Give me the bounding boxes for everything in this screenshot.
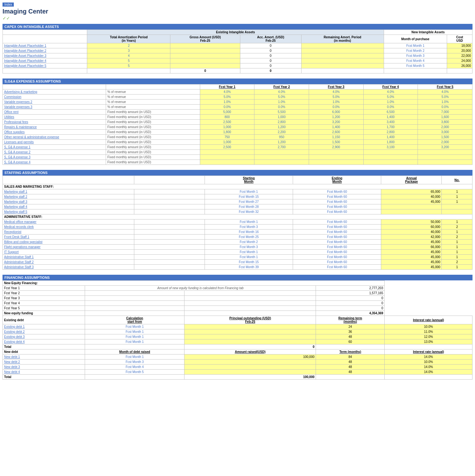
- sga-y5[interactable]: [418, 155, 472, 160]
- sga-y1[interactable]: 2,500: [200, 145, 254, 150]
- new-debt-rate[interactable]: 14.0%: [385, 370, 472, 375]
- sga-y4[interactable]: 1,800: [363, 140, 418, 145]
- sga-y1[interactable]: 5.0%: [200, 95, 254, 100]
- existing-debt-remaining[interactable]: 48: [316, 334, 385, 339]
- sga-expense-name[interactable]: S, G& A expense 2: [3, 150, 106, 155]
- existing-debt-principal[interactable]: [184, 329, 316, 334]
- capex-gross[interactable]: [170, 58, 240, 63]
- admin-staff-package[interactable]: 45,000: [381, 265, 442, 270]
- capex-gross[interactable]: [170, 63, 240, 68]
- existing-debt-principal[interactable]: [184, 339, 316, 344]
- sga-y1[interactable]: 1,800: [200, 130, 254, 135]
- sga-y5[interactable]: 3,200: [418, 145, 472, 150]
- sga-y5[interactable]: 4.0%: [418, 89, 472, 95]
- sga-y5[interactable]: 1.0%: [418, 100, 472, 105]
- capex-cost[interactable]: 18,000: [447, 43, 472, 48]
- capex-asset-name[interactable]: Intangible Asset Placeholder 4: [3, 58, 87, 63]
- sga-expense-name[interactable]: Variable expenses 2: [3, 100, 106, 105]
- sga-expense-name[interactable]: Commission: [3, 95, 106, 100]
- sga-y3[interactable]: 3,200: [309, 120, 364, 125]
- admin-staff-no[interactable]: 2: [442, 224, 472, 230]
- sga-y1[interactable]: 1.0%: [200, 100, 254, 105]
- sga-y1[interactable]: 5,000: [200, 110, 254, 115]
- sga-y2[interactable]: [254, 155, 309, 160]
- admin-staff-package[interactable]: 45,000: [381, 250, 442, 255]
- admin-staff-package[interactable]: 50,000: [381, 219, 442, 224]
- new-debt-rate[interactable]: 10.0%: [385, 360, 472, 365]
- sga-expense-name[interactable]: S, G& A expense 4: [3, 160, 106, 165]
- existing-debt-remaining[interactable]: 36: [316, 329, 385, 334]
- sga-y2[interactable]: 5,500: [254, 110, 309, 115]
- sga-y5[interactable]: 3,800: [418, 120, 472, 125]
- staff-name[interactable]: Marketing staff 1: [3, 189, 134, 194]
- sga-y4[interactable]: 5.0%: [363, 95, 418, 100]
- sga-expense-name[interactable]: Licenses and permits: [3, 140, 106, 145]
- new-debt-term[interactable]: 48: [316, 365, 385, 370]
- sga-expense-name[interactable]: Other general & administrative expense: [3, 135, 106, 140]
- sga-expense-name[interactable]: Professional fees: [3, 120, 106, 125]
- staff-package[interactable]: 40,000: [381, 194, 442, 199]
- sga-expense-name[interactable]: Repairs & maintenance: [3, 125, 106, 130]
- sga-y2[interactable]: 0.0%: [254, 105, 309, 110]
- new-debt-name[interactable]: New debt 2: [3, 360, 85, 365]
- new-debt-amount[interactable]: [184, 360, 316, 365]
- sga-expense-name[interactable]: S, G& A expense 1: [3, 145, 106, 150]
- admin-staff-name[interactable]: Billing and coding specialist: [3, 240, 134, 245]
- existing-debt-principal[interactable]: [184, 324, 316, 329]
- staff-package[interactable]: [381, 209, 442, 214]
- staff-package[interactable]: [381, 204, 442, 209]
- sga-y2[interactable]: [254, 150, 309, 155]
- sga-y2[interactable]: [254, 160, 309, 165]
- staff-name[interactable]: Marketing staff 5: [3, 209, 134, 214]
- capex-remaining[interactable]: [301, 53, 384, 58]
- admin-staff-no[interactable]: 1: [442, 250, 472, 255]
- sga-y2[interactable]: 1,200: [254, 125, 309, 130]
- sga-y1[interactable]: 2,500: [200, 120, 254, 125]
- capex-asset-name[interactable]: Intangible Asset Placeholder 3: [3, 53, 87, 58]
- sga-y2[interactable]: 950: [254, 135, 309, 140]
- sga-y5[interactable]: 7,000: [418, 110, 472, 115]
- admin-staff-no[interactable]: 1: [442, 265, 472, 270]
- capex-cost[interactable]: 26,000: [447, 63, 472, 68]
- admin-staff-name[interactable]: Administrative Staff 1: [3, 255, 134, 260]
- admin-staff-name[interactable]: IT Support: [3, 250, 134, 255]
- sga-y3[interactable]: 5.0%: [309, 95, 364, 100]
- admin-staff-name[interactable]: Medical office manager: [3, 219, 134, 224]
- admin-staff-no[interactable]: 1: [442, 240, 472, 245]
- sga-expense-name[interactable]: Office supplies: [3, 130, 106, 135]
- staff-no[interactable]: 1: [442, 189, 472, 194]
- sga-y1[interactable]: [200, 150, 254, 155]
- new-debt-rate[interactable]: 14.0%: [385, 365, 472, 370]
- existing-debt-remaining[interactable]: 24: [316, 324, 385, 329]
- admin-staff-name[interactable]: Flight operations manager: [3, 245, 134, 250]
- existing-debt-rate[interactable]: 12.0%: [385, 334, 472, 339]
- sga-y4[interactable]: 1,700: [363, 125, 418, 130]
- sga-y5[interactable]: 2,000: [418, 140, 472, 145]
- capex-cost[interactable]: 20,000: [447, 48, 472, 53]
- capex-gross[interactable]: [170, 48, 240, 53]
- admin-staff-package[interactable]: 42,000: [381, 235, 442, 240]
- sga-y4[interactable]: [363, 150, 418, 155]
- sga-y4[interactable]: 1,400: [363, 135, 418, 140]
- admin-staff-package[interactable]: 45,000: [381, 255, 442, 260]
- staff-no[interactable]: [442, 204, 472, 209]
- sga-y2[interactable]: 5.0%: [254, 95, 309, 100]
- sga-y4[interactable]: 2,800: [363, 130, 418, 135]
- sga-y3[interactable]: 1,400: [309, 125, 364, 130]
- staff-name[interactable]: Marketing staff 2: [3, 194, 134, 199]
- capex-years[interactable]: 5: [87, 58, 170, 63]
- sga-expense-name[interactable]: S, G& A expense 3: [3, 155, 106, 160]
- sga-y1[interactable]: 0.0%: [200, 105, 254, 110]
- admin-staff-no[interactable]: 2: [442, 235, 472, 240]
- sga-y2[interactable]: 4.0%: [254, 89, 309, 95]
- staff-package[interactable]: 65,000: [381, 189, 442, 194]
- sga-y5[interactable]: 3,000: [418, 130, 472, 135]
- sga-y2[interactable]: 1,200: [254, 140, 309, 145]
- admin-staff-package[interactable]: 40,000: [381, 230, 442, 235]
- staff-no[interactable]: 1: [442, 194, 472, 199]
- sga-y3[interactable]: 4.0%: [309, 89, 364, 95]
- new-debt-term[interactable]: 84: [316, 354, 385, 360]
- new-debt-rate[interactable]: 14.0%: [385, 354, 472, 360]
- sga-y2[interactable]: 2,200: [254, 130, 309, 135]
- sga-y3[interactable]: [309, 150, 364, 155]
